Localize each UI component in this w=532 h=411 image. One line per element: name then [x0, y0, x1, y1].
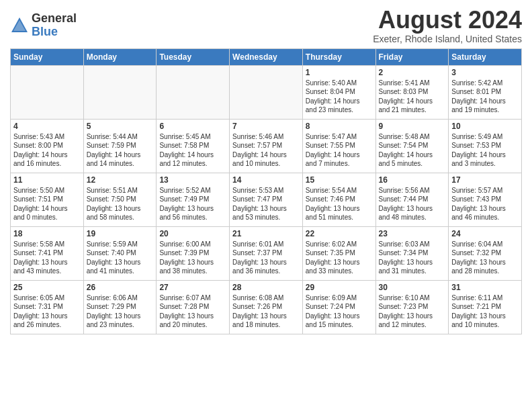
calendar-cell: [157, 65, 230, 119]
calendar-cell: 24Sunrise: 6:04 AM Sunset: 7:32 PM Dayli…: [449, 226, 522, 280]
header-row: SundayMondayTuesdayWednesdayThursdayFrid…: [11, 48, 522, 65]
day-number: 25: [13, 283, 81, 292]
calendar-cell: 11Sunrise: 5:50 AM Sunset: 7:51 PM Dayli…: [11, 173, 84, 226]
calendar-cell: 10Sunrise: 5:49 AM Sunset: 7:53 PM Dayli…: [449, 119, 522, 173]
day-number: 3: [451, 68, 519, 77]
calendar-cell: 29Sunrise: 6:09 AM Sunset: 7:24 PM Dayli…: [302, 280, 375, 334]
day-number: 13: [159, 175, 226, 185]
logo-general-text: General: [32, 11, 77, 25]
cell-content: Sunrise: 6:02 AM Sunset: 7:35 PM Dayligh…: [306, 240, 373, 276]
day-number: 6: [159, 122, 226, 131]
week-row-3: 18Sunrise: 5:58 AM Sunset: 7:41 PM Dayli…: [11, 226, 522, 280]
cell-content: Sunrise: 5:57 AM Sunset: 7:43 PM Dayligh…: [451, 186, 519, 222]
day-number: 20: [159, 229, 226, 238]
calendar-cell: 14Sunrise: 5:53 AM Sunset: 7:47 PM Dayli…: [230, 173, 303, 226]
calendar-header: SundayMondayTuesdayWednesdayThursdayFrid…: [11, 48, 522, 65]
calendar-cell: 26Sunrise: 6:06 AM Sunset: 7:29 PM Dayli…: [83, 280, 157, 334]
cell-content: Sunrise: 5:40 AM Sunset: 8:04 PM Dayligh…: [306, 79, 373, 115]
day-number: 4: [13, 122, 81, 131]
cell-content: Sunrise: 5:41 AM Sunset: 8:03 PM Dayligh…: [379, 79, 446, 115]
day-number: 30: [379, 283, 446, 292]
day-number: 2: [379, 68, 446, 77]
day-header-wednesday: Wednesday: [230, 48, 303, 65]
cell-content: Sunrise: 6:06 AM Sunset: 7:29 PM Dayligh…: [87, 293, 154, 330]
calendar-cell: 1Sunrise: 5:40 AM Sunset: 8:04 PM Daylig…: [302, 65, 375, 119]
cell-content: Sunrise: 5:47 AM Sunset: 7:55 PM Dayligh…: [306, 132, 373, 169]
cell-content: Sunrise: 5:52 AM Sunset: 7:49 PM Dayligh…: [159, 186, 226, 222]
cell-content: Sunrise: 5:53 AM Sunset: 7:47 PM Dayligh…: [232, 186, 300, 222]
day-number: 21: [232, 229, 300, 238]
calendar-cell: 4Sunrise: 5:43 AM Sunset: 8:00 PM Daylig…: [11, 119, 84, 173]
cell-content: Sunrise: 5:43 AM Sunset: 8:00 PM Dayligh…: [13, 132, 81, 169]
calendar-cell: 12Sunrise: 5:51 AM Sunset: 7:50 PM Dayli…: [83, 173, 157, 226]
logo: General Blue: [10, 12, 77, 39]
calendar-cell: 18Sunrise: 5:58 AM Sunset: 7:41 PM Dayli…: [11, 226, 84, 280]
calendar-cell: 30Sunrise: 6:10 AM Sunset: 7:23 PM Dayli…: [375, 280, 449, 334]
calendar-cell: [11, 65, 84, 119]
calendar-cell: 19Sunrise: 5:59 AM Sunset: 7:40 PM Dayli…: [83, 226, 157, 280]
day-number: 15: [306, 175, 373, 185]
day-header-thursday: Thursday: [302, 48, 375, 65]
cell-content: Sunrise: 5:46 AM Sunset: 7:57 PM Dayligh…: [232, 132, 300, 169]
week-row-4: 25Sunrise: 6:05 AM Sunset: 7:31 PM Dayli…: [11, 280, 522, 334]
day-number: 27: [159, 283, 226, 292]
day-number: 31: [451, 283, 519, 292]
calendar-cell: 27Sunrise: 6:07 AM Sunset: 7:28 PM Dayli…: [157, 280, 230, 334]
cell-content: Sunrise: 5:59 AM Sunset: 7:40 PM Dayligh…: [87, 240, 154, 276]
week-row-1: 4Sunrise: 5:43 AM Sunset: 8:00 PM Daylig…: [11, 119, 522, 173]
cell-content: Sunrise: 5:56 AM Sunset: 7:44 PM Dayligh…: [379, 186, 446, 222]
calendar-cell: 2Sunrise: 5:41 AM Sunset: 8:03 PM Daylig…: [375, 65, 449, 119]
location: Exeter, Rhode Island, United States: [373, 34, 522, 44]
calendar-cell: 21Sunrise: 6:01 AM Sunset: 7:37 PM Dayli…: [230, 226, 303, 280]
cell-content: Sunrise: 6:10 AM Sunset: 7:23 PM Dayligh…: [379, 293, 446, 330]
day-number: 7: [232, 122, 300, 131]
day-number: 1: [306, 68, 373, 77]
cell-content: Sunrise: 5:45 AM Sunset: 7:58 PM Dayligh…: [159, 132, 226, 169]
calendar-cell: 16Sunrise: 5:56 AM Sunset: 7:44 PM Dayli…: [375, 173, 449, 226]
calendar-body: 1Sunrise: 5:40 AM Sunset: 8:04 PM Daylig…: [11, 65, 522, 334]
day-header-saturday: Saturday: [449, 48, 522, 65]
calendar-cell: 13Sunrise: 5:52 AM Sunset: 7:49 PM Dayli…: [157, 173, 230, 226]
day-number: 9: [379, 122, 446, 131]
calendar-cell: [230, 65, 303, 119]
day-number: 8: [306, 122, 373, 131]
calendar-cell: 9Sunrise: 5:48 AM Sunset: 7:54 PM Daylig…: [375, 119, 449, 173]
cell-content: Sunrise: 5:58 AM Sunset: 7:41 PM Dayligh…: [13, 240, 81, 276]
logo-blue-text: Blue: [32, 25, 58, 38]
day-number: 28: [232, 283, 300, 292]
day-number: 14: [232, 175, 300, 185]
calendar-cell: 28Sunrise: 6:08 AM Sunset: 7:26 PM Dayli…: [230, 280, 303, 334]
week-row-0: 1Sunrise: 5:40 AM Sunset: 8:04 PM Daylig…: [11, 65, 522, 119]
calendar-cell: 25Sunrise: 6:05 AM Sunset: 7:31 PM Dayli…: [11, 280, 84, 334]
cell-content: Sunrise: 5:51 AM Sunset: 7:50 PM Dayligh…: [87, 186, 154, 222]
day-number: 12: [87, 175, 154, 185]
cell-content: Sunrise: 6:09 AM Sunset: 7:24 PM Dayligh…: [306, 293, 373, 330]
cell-content: Sunrise: 6:00 AM Sunset: 7:39 PM Dayligh…: [159, 240, 226, 276]
cell-content: Sunrise: 5:50 AM Sunset: 7:51 PM Dayligh…: [13, 186, 81, 222]
page-header: General Blue August 2024 Exeter, Rhode I…: [10, 7, 522, 44]
cell-content: Sunrise: 6:08 AM Sunset: 7:26 PM Dayligh…: [232, 293, 300, 330]
calendar-cell: [83, 65, 157, 119]
cell-content: Sunrise: 5:48 AM Sunset: 7:54 PM Dayligh…: [379, 132, 446, 169]
cell-content: Sunrise: 6:01 AM Sunset: 7:37 PM Dayligh…: [232, 240, 300, 276]
cell-content: Sunrise: 6:03 AM Sunset: 7:34 PM Dayligh…: [379, 240, 446, 276]
day-number: 5: [87, 122, 154, 131]
title-area: August 2024 Exeter, Rhode Island, United…: [373, 7, 522, 44]
day-number: 26: [87, 283, 154, 292]
logo-icon: [10, 16, 29, 35]
calendar-cell: 3Sunrise: 5:42 AM Sunset: 8:01 PM Daylig…: [449, 65, 522, 119]
day-header-tuesday: Tuesday: [157, 48, 230, 65]
calendar-cell: 20Sunrise: 6:00 AM Sunset: 7:39 PM Dayli…: [157, 226, 230, 280]
day-number: 16: [379, 175, 446, 185]
calendar-cell: 7Sunrise: 5:46 AM Sunset: 7:57 PM Daylig…: [230, 119, 303, 173]
cell-content: Sunrise: 6:05 AM Sunset: 7:31 PM Dayligh…: [13, 293, 81, 330]
day-header-monday: Monday: [83, 48, 157, 65]
calendar-cell: 6Sunrise: 5:45 AM Sunset: 7:58 PM Daylig…: [157, 119, 230, 173]
calendar-cell: 15Sunrise: 5:54 AM Sunset: 7:46 PM Dayli…: [302, 173, 375, 226]
calendar-cell: 31Sunrise: 6:11 AM Sunset: 7:21 PM Dayli…: [449, 280, 522, 334]
calendar-cell: 8Sunrise: 5:47 AM Sunset: 7:55 PM Daylig…: [302, 119, 375, 173]
cell-content: Sunrise: 5:49 AM Sunset: 7:53 PM Dayligh…: [451, 132, 519, 169]
cell-content: Sunrise: 5:54 AM Sunset: 7:46 PM Dayligh…: [306, 186, 373, 222]
day-number: 17: [451, 175, 519, 185]
cell-content: Sunrise: 5:44 AM Sunset: 7:59 PM Dayligh…: [87, 132, 154, 169]
